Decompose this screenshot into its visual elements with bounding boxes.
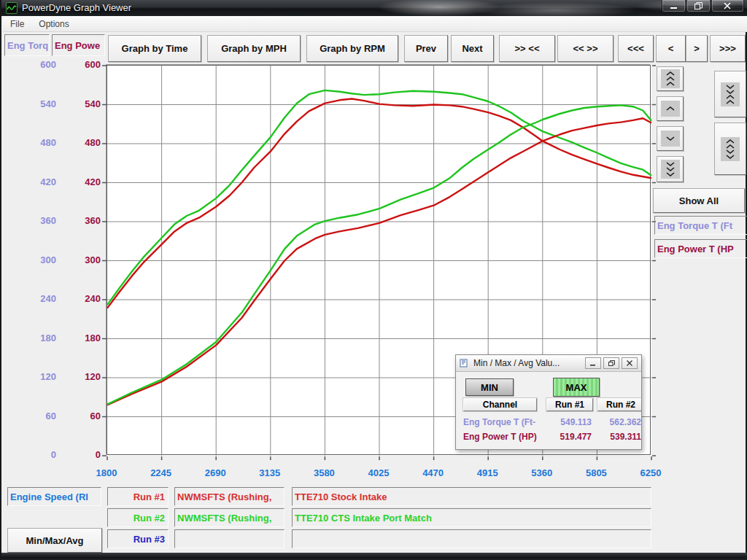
power-tick-label: 600 xyxy=(61,59,101,71)
run1-description-box[interactable]: TTE710 Stock Intake xyxy=(292,487,651,506)
minmax-minimize-icon[interactable] xyxy=(585,357,601,369)
torque-tick-label: 180 xyxy=(16,332,56,344)
run1-file-box[interactable]: NWMSFTS (Rushing, xyxy=(174,487,285,506)
torque-tick-label: 120 xyxy=(16,371,56,383)
show-all-button[interactable]: Show All xyxy=(653,188,745,213)
rpm-tick-label: 1800 xyxy=(85,467,128,478)
column-header-channel: Channel xyxy=(463,398,537,411)
x-axis-channel-box[interactable]: Engine Speed (RI xyxy=(7,487,101,506)
minmax-restore-icon[interactable] xyxy=(603,357,619,369)
scroll-left-button[interactable]: < xyxy=(656,35,686,62)
power-tick-label: 120 xyxy=(61,371,101,383)
scroll-far-right-button[interactable]: >>> xyxy=(710,35,746,62)
rpm-tick-label: 4025 xyxy=(357,467,400,478)
rpm-tick-label: 6250 xyxy=(629,467,673,478)
run1-label-box[interactable]: Run #1 xyxy=(107,487,169,506)
run3-description-box[interactable] xyxy=(292,529,651,548)
torque-tick-label: 540 xyxy=(16,98,56,110)
rpm-tick-label: 3135 xyxy=(248,467,292,478)
minmax-row-value: 519.477 xyxy=(546,432,592,442)
power-channel-button[interactable]: Eng Powe xyxy=(52,34,105,56)
minmax-close-icon[interactable] xyxy=(622,357,638,369)
min-toggle-button[interactable]: MIN xyxy=(465,378,514,396)
scroll-right-button[interactable]: > xyxy=(686,35,708,62)
power-legend-box[interactable]: Eng Power T (HP xyxy=(654,239,747,258)
power-tick-label: 240 xyxy=(61,293,101,305)
zoom-out-x-button[interactable]: << >> xyxy=(557,35,614,62)
minmax-row-channel: Eng Power T (HP) xyxy=(463,432,537,442)
minimize-icon[interactable] xyxy=(662,0,686,12)
torque-tick-label: 240 xyxy=(16,293,56,305)
minmax-row-value: 562.362 xyxy=(597,417,641,427)
torque-tick-label: 0 xyxy=(16,449,56,461)
torque-legend-box[interactable]: Eng Torque T (Ft xyxy=(654,216,747,235)
run2-label-box[interactable]: Run #2 xyxy=(107,508,169,527)
app-icon xyxy=(6,2,18,14)
graph-by-time-button[interactable]: Graph by Time xyxy=(108,35,201,62)
zoom-in-x-button[interactable]: >> << xyxy=(499,35,555,62)
scroll-far-left-button[interactable]: <<< xyxy=(618,35,654,62)
column-header-run1: Run #1 xyxy=(546,398,593,411)
minmax-row-channel: Eng Torque T (Ft- xyxy=(463,417,535,427)
power-tick-label: 480 xyxy=(61,137,101,149)
scroll-up-fast-button[interactable] xyxy=(657,66,684,91)
minmax-row-value: 539.311 xyxy=(597,432,641,442)
power-tick-label: 300 xyxy=(61,254,101,266)
torque-tick-label: 600 xyxy=(16,59,56,71)
torque-tick-label: 60 xyxy=(16,411,56,422)
minmax-window[interactable]: Min / Max / Avg Valu... MIN MAX Channel … xyxy=(455,354,642,450)
run2-description-box[interactable]: TTE710 CTS Intake Port Match xyxy=(292,508,651,527)
menu-options[interactable]: Options xyxy=(31,18,76,31)
minmax-row-value: 549.113 xyxy=(546,417,592,427)
next-button[interactable]: Next xyxy=(451,35,494,62)
power-tick-label: 60 xyxy=(61,411,101,422)
title-bar[interactable]: PowerDyne Graph Viewer xyxy=(1,0,747,16)
minmax-titlebar[interactable]: Min / Max / Avg Valu... xyxy=(456,355,641,372)
expand-vertical-button[interactable] xyxy=(714,122,746,175)
power-tick-label: 420 xyxy=(61,176,101,188)
rpm-tick-label: 5805 xyxy=(574,467,618,478)
compress-vertical-button[interactable] xyxy=(714,71,746,117)
rpm-tick-label: 2245 xyxy=(139,467,183,478)
power-tick-label: 540 xyxy=(61,98,101,110)
window-bottom-frame xyxy=(1,553,747,560)
torque-tick-label: 420 xyxy=(16,176,56,188)
run3-file-box[interactable] xyxy=(174,529,285,548)
torque-channel-button[interactable]: Eng Torq xyxy=(4,34,50,56)
menu-bar: File Options xyxy=(3,16,747,32)
close-icon[interactable] xyxy=(711,0,744,12)
graph-by-mph-button[interactable]: Graph by MPH xyxy=(207,35,301,62)
window-title: PowerDyne Graph Viewer xyxy=(22,2,131,13)
rpm-tick-label: 5360 xyxy=(520,467,564,478)
graph-by-rpm-button[interactable]: Graph by RPM xyxy=(306,35,398,62)
app-window: PowerDyne Graph Viewer File Options Eng … xyxy=(0,0,747,560)
rpm-tick-label: 4470 xyxy=(411,467,455,478)
menu-file[interactable]: File xyxy=(3,18,31,31)
run2-file-box[interactable]: NWMSFTS (Rushing, xyxy=(174,508,285,527)
torque-tick-label: 360 xyxy=(16,215,56,227)
minmaxavg-button[interactable]: Min/Max/Avg xyxy=(7,528,102,553)
rpm-tick-label: 3580 xyxy=(302,467,346,478)
run3-label-box[interactable]: Run #3 xyxy=(107,529,169,548)
torque-tick-label: 300 xyxy=(16,254,56,266)
torque-tick-label: 480 xyxy=(16,137,56,149)
maximize-icon[interactable] xyxy=(686,0,711,12)
scroll-down-fast-button[interactable] xyxy=(657,156,684,182)
scroll-up-button[interactable] xyxy=(657,96,684,121)
power-tick-label: 360 xyxy=(61,215,101,227)
rpm-tick-label: 2690 xyxy=(193,467,237,478)
prev-button[interactable]: Prev xyxy=(404,35,448,62)
minmax-window-icon xyxy=(460,359,469,368)
scroll-down-button[interactable] xyxy=(657,126,684,151)
power-tick-label: 180 xyxy=(61,332,101,344)
max-toggle-button[interactable]: MAX xyxy=(553,378,600,397)
rpm-tick-label: 4915 xyxy=(465,467,509,478)
power-tick-label: 0 xyxy=(61,449,101,461)
minmax-window-title: Min / Max / Avg Valu... xyxy=(473,358,560,368)
column-header-run2: Run #2 xyxy=(597,398,642,411)
